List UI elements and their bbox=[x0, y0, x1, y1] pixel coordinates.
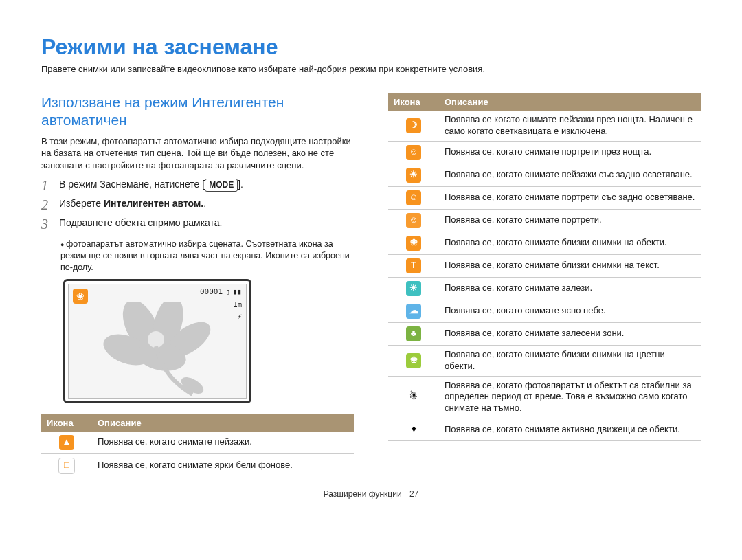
table-row: ☀Появява се, когато снимате пейзажи със … bbox=[388, 164, 701, 186]
row-desc: Появява се, когато снимате близки снимки… bbox=[439, 345, 701, 376]
row-desc: Появява се, когато снимате портрети през… bbox=[439, 141, 701, 164]
table-row: ☺Появява се, когато снимате портрети със… bbox=[388, 186, 701, 209]
table-row: TПоявява се, когато снимате близки снимк… bbox=[388, 254, 701, 277]
left-column: Използване на режим Интелигентен автомат… bbox=[41, 93, 354, 478]
mode-icon: ☺ bbox=[406, 190, 421, 205]
mode-icon: ▲ bbox=[59, 435, 74, 450]
page-intro: Правете снимки или записвайте видеоклипо… bbox=[41, 64, 701, 74]
row-desc: Появява се когато снимате пейзажи през н… bbox=[439, 111, 701, 141]
section-heading: Използване на режим Интелигентен автомат… bbox=[41, 93, 354, 130]
row-desc: Появява се, когато снимате близки снимки… bbox=[439, 232, 701, 254]
row-icon-cell: ☺ bbox=[388, 186, 439, 209]
step-number: 1 bbox=[41, 178, 59, 193]
table-row: ✦Появява се, когато снимате активно движ… bbox=[388, 418, 701, 441]
step-3-subitem: фотоапаратът автоматично избира сцената.… bbox=[60, 238, 354, 273]
steps-list: 1 В режим Заснемане, натиснете [MODE]. 2… bbox=[41, 178, 354, 232]
mode-icon: ☺ bbox=[406, 213, 421, 228]
section-body: В този режим, фотоапаратът автоматично и… bbox=[41, 135, 354, 172]
mode-icon: T bbox=[406, 258, 421, 273]
side-indicators: Im ⚡ bbox=[234, 301, 242, 320]
mode-icon: ☀ bbox=[406, 168, 421, 183]
svg-point-5 bbox=[148, 331, 164, 348]
col-header-icon: Икона bbox=[388, 93, 439, 111]
status-bar: 00001 ▯ ▮▮ bbox=[200, 287, 242, 296]
col-header-desc: Описание bbox=[439, 93, 701, 111]
row-desc: Появява се, когато снимате ясно небе. bbox=[439, 300, 701, 322]
flash-indicator: ⚡ bbox=[234, 313, 242, 320]
mode-icon: □ bbox=[58, 458, 75, 474]
battery-icon: ▮▮ bbox=[233, 287, 242, 296]
footer-label: Разширени функции bbox=[324, 489, 402, 499]
row-icon-cell: ☀ bbox=[388, 164, 439, 186]
page-title: Режими на заснемане bbox=[41, 34, 701, 60]
row-desc: Появява се, когато снимате портрети. bbox=[439, 209, 701, 232]
table-row: ▲Появява се, когато снимате пейзажи. bbox=[41, 432, 354, 454]
row-desc: Появява се, когато снимате активно движе… bbox=[439, 418, 701, 441]
table-row: □Появява се, когато снимате ярки бели фо… bbox=[41, 453, 354, 478]
table-row: ☁Появява се, когато снимате ясно небе. bbox=[388, 300, 701, 322]
row-icon-cell: ❀ bbox=[388, 232, 439, 254]
row-icon-cell: ☽ bbox=[388, 111, 439, 141]
mode-icon: ☀ bbox=[406, 281, 421, 296]
table-row: ❀Появява се, когато снимате близки снимк… bbox=[388, 345, 701, 376]
shot-counter: 00001 bbox=[200, 287, 223, 296]
row-desc: Появява се, когато снимате ярки бели фон… bbox=[92, 453, 354, 478]
mode-icon: ☺ bbox=[406, 145, 421, 160]
camera-screen-frame: ❀ 00001 ▯ ▮▮ Im ⚡ bbox=[63, 279, 251, 403]
step-2: Изберете Интелигентен автом.. bbox=[59, 197, 206, 210]
row-desc: Появява се, когато снимате пейзажи със з… bbox=[439, 164, 701, 186]
mode-icon: ☃ bbox=[406, 390, 421, 405]
sd-card-icon: ▯ bbox=[225, 287, 230, 296]
step-number: 3 bbox=[41, 216, 59, 232]
mode-button-label: MODE bbox=[205, 179, 238, 191]
row-icon-cell: □ bbox=[41, 453, 92, 478]
table-row: ☃Появява се, когато фотоапаратът и обект… bbox=[388, 376, 701, 418]
row-icon-cell: ♣ bbox=[388, 322, 439, 345]
table-row: ❀Появява се, когато снимате близки снимк… bbox=[388, 232, 701, 254]
row-icon-cell: ☁ bbox=[388, 300, 439, 322]
row-desc: Появява се, когато снимате близки снимки… bbox=[439, 254, 701, 277]
row-desc: Появява се, когато снимате залези. bbox=[439, 277, 701, 300]
row-desc: Появява се, когато снимате пейзажи. bbox=[92, 432, 354, 454]
row-icon-cell: ☺ bbox=[388, 209, 439, 232]
row-desc: Появява се, когато снимате портрети със … bbox=[439, 186, 701, 209]
page-number: 27 bbox=[409, 489, 418, 499]
right-column: Икона Описание ☽Появява се когато снимат… bbox=[388, 93, 701, 478]
table-row: ☽Появява се когато снимате пейзажи през … bbox=[388, 111, 701, 141]
mode-icon: ✦ bbox=[406, 422, 421, 437]
row-icon-cell: ▲ bbox=[41, 432, 92, 454]
step-3: Подравнете обекта спрямо рамката. bbox=[59, 216, 222, 229]
row-desc: Появява се, когато фотоапаратът и обектъ… bbox=[439, 376, 701, 418]
icon-table-left: Икона Описание ▲Появява се, когато снима… bbox=[41, 414, 354, 478]
table-row: ☺Появява се, когато снимате портрети пре… bbox=[388, 141, 701, 164]
step-1: В режим Заснемане, натиснете [MODE]. bbox=[59, 178, 243, 191]
page-footer: Разширени функции 27 bbox=[41, 489, 701, 499]
mode-icon: ☁ bbox=[406, 304, 421, 319]
macro-icon: ❀ bbox=[73, 289, 88, 304]
step-3-sub: фотоапаратът автоматично избира сцената.… bbox=[60, 238, 354, 273]
row-desc: Появява се, когато снимате залесени зони… bbox=[439, 322, 701, 345]
table-row: ♣Появява се, когато снимате залесени зон… bbox=[388, 322, 701, 345]
row-icon-cell: ✦ bbox=[388, 418, 439, 441]
mode-icon: ☽ bbox=[406, 118, 421, 133]
step-number: 2 bbox=[41, 197, 59, 212]
mode-icon: ❀ bbox=[406, 353, 421, 368]
row-icon-cell: ❀ bbox=[388, 345, 439, 376]
mode-icon: ♣ bbox=[406, 326, 421, 341]
flower-graphic bbox=[93, 302, 216, 398]
row-icon-cell: ☃ bbox=[388, 376, 439, 418]
table-row: ☀Появява се, когато снимате залези. bbox=[388, 277, 701, 300]
row-icon-cell: ☺ bbox=[388, 141, 439, 164]
camera-screen: ❀ 00001 ▯ ▮▮ Im ⚡ bbox=[68, 284, 247, 399]
col-header-desc: Описание bbox=[92, 414, 354, 432]
col-header-icon: Икона bbox=[41, 414, 92, 432]
icon-table-right: Икона Описание ☽Появява се когато снимат… bbox=[388, 93, 701, 441]
table-row: ☺Появява се, когато снимате портрети. bbox=[388, 209, 701, 232]
row-icon-cell: T bbox=[388, 254, 439, 277]
image-size-indicator: Im bbox=[234, 301, 242, 309]
row-icon-cell: ☀ bbox=[388, 277, 439, 300]
mode-icon: ❀ bbox=[406, 236, 421, 251]
